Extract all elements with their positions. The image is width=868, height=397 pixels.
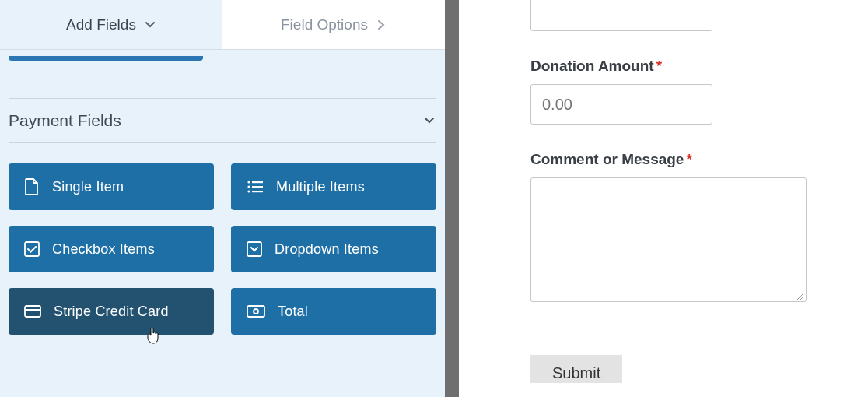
label-text: Donation Amount (530, 58, 654, 74)
comment-message-input[interactable] (530, 177, 807, 302)
comment-message-block: Comment or Message* (530, 151, 807, 305)
section-title: Payment Fields (9, 111, 121, 130)
field-label: Multiple Items (276, 179, 365, 195)
active-indicator-strip (9, 56, 203, 61)
tab-label: Add Fields (66, 16, 136, 33)
section-header-payment-fields[interactable]: Payment Fields (9, 98, 436, 143)
divider-light (459, 0, 493, 397)
file-icon (24, 178, 40, 195)
svg-rect-3 (252, 186, 263, 188)
divider-dark (445, 0, 459, 397)
svg-rect-9 (25, 309, 40, 311)
chevron-down-icon (422, 114, 436, 128)
empty-input-top[interactable] (530, 0, 712, 31)
resize-grip-icon[interactable] (795, 292, 804, 301)
chevron-down-icon (144, 19, 156, 31)
svg-point-0 (247, 181, 250, 183)
svg-point-11 (254, 309, 258, 314)
required-asterisk: * (656, 58, 662, 74)
tab-label: Field Options (281, 16, 368, 33)
svg-point-4 (247, 190, 250, 192)
submit-button[interactable]: Submit (530, 355, 622, 383)
field-label: Stripe Credit Card (54, 304, 169, 320)
svg-point-2 (247, 185, 250, 188)
form-preview: Donation Amount* Comment or Message* (493, 0, 868, 397)
list-icon (247, 180, 264, 194)
field-label: Dropdown Items (275, 241, 379, 258)
svg-rect-7 (247, 242, 261, 256)
tabs: Add Fields Field Options (0, 0, 445, 50)
submit-label: Submit (552, 364, 600, 381)
tab-field-options[interactable]: Field Options (222, 0, 445, 49)
field-single-item[interactable]: Single Item (9, 163, 214, 210)
field-stripe-credit-card[interactable]: Stripe Credit Card (9, 288, 214, 335)
donation-amount-block: Donation Amount* (530, 58, 807, 125)
field-label: Total (278, 304, 308, 320)
donation-amount-label: Donation Amount* (530, 58, 807, 75)
svg-rect-10 (247, 306, 264, 317)
svg-rect-5 (252, 191, 263, 192)
field-label: Checkbox Items (52, 241, 155, 258)
comment-message-label: Comment or Message* (530, 151, 807, 168)
field-multiple-items[interactable]: Multiple Items (231, 163, 436, 210)
field-total[interactable]: Total (231, 288, 436, 335)
checkbox-icon (24, 241, 40, 257)
dropdown-icon (247, 241, 262, 257)
svg-rect-6 (25, 242, 39, 256)
svg-rect-1 (252, 181, 263, 183)
svg-line-14 (803, 300, 803, 300)
chevron-right-icon (376, 19, 387, 30)
svg-line-12 (796, 293, 803, 300)
required-asterisk: * (686, 151, 691, 167)
field-checkbox-items[interactable]: Checkbox Items (9, 226, 214, 272)
money-icon (247, 305, 265, 318)
tab-add-fields[interactable]: Add Fields (0, 0, 222, 49)
field-dropdown-items[interactable]: Dropdown Items (231, 226, 436, 272)
field-label: Single Item (52, 179, 124, 195)
sidebar-panel: Add Fields Field Options Payment Fields … (0, 0, 445, 397)
field-grid: Single Item Multiple Items Checkbox Item… (9, 163, 436, 335)
credit-card-icon (24, 305, 41, 318)
donation-amount-input[interactable] (530, 84, 712, 125)
label-text: Comment or Message (530, 151, 684, 167)
